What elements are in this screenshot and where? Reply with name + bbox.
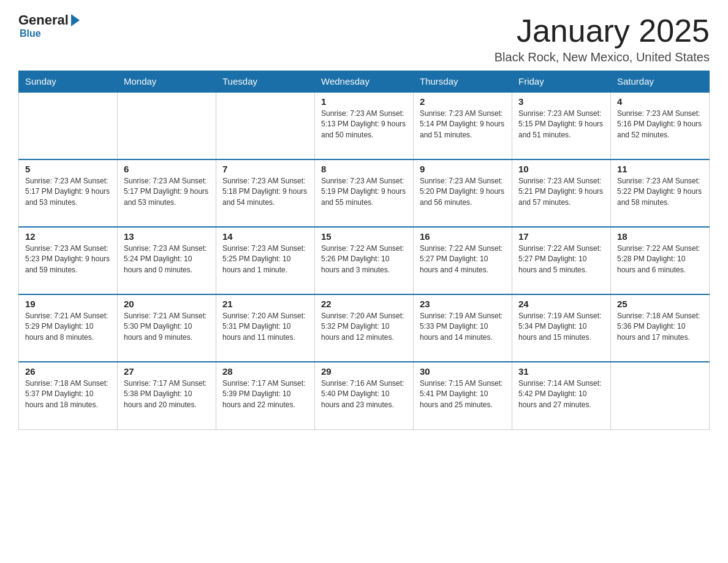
day-info: Sunrise: 7:23 AM Sunset: 5:17 PM Dayligh… bbox=[25, 176, 111, 208]
calendar-cell: 16Sunrise: 7:22 AM Sunset: 5:27 PM Dayli… bbox=[414, 227, 512, 294]
day-info: Sunrise: 7:23 AM Sunset: 5:14 PM Dayligh… bbox=[420, 109, 506, 140]
logo: General Blue bbox=[18, 12, 81, 39]
calendar-week-5: 26Sunrise: 7:18 AM Sunset: 5:37 PM Dayli… bbox=[19, 362, 710, 429]
calendar-cell bbox=[118, 92, 216, 159]
day-info: Sunrise: 7:23 AM Sunset: 5:23 PM Dayligh… bbox=[25, 243, 111, 275]
calendar-cell: 22Sunrise: 7:20 AM Sunset: 5:32 PM Dayli… bbox=[315, 294, 414, 362]
calendar-cell: 1Sunrise: 7:23 AM Sunset: 5:13 PM Daylig… bbox=[315, 92, 414, 159]
calendar-header-friday: Friday bbox=[512, 71, 611, 93]
day-info: Sunrise: 7:20 AM Sunset: 5:31 PM Dayligh… bbox=[222, 311, 308, 343]
day-info: Sunrise: 7:18 AM Sunset: 5:36 PM Dayligh… bbox=[617, 311, 703, 343]
day-info: Sunrise: 7:23 AM Sunset: 5:25 PM Dayligh… bbox=[222, 243, 308, 275]
calendar-cell: 11Sunrise: 7:23 AM Sunset: 5:22 PM Dayli… bbox=[611, 159, 710, 227]
calendar-cell: 29Sunrise: 7:16 AM Sunset: 5:40 PM Dayli… bbox=[315, 362, 414, 429]
logo-arrow-icon bbox=[71, 14, 80, 26]
day-number: 23 bbox=[420, 299, 506, 309]
calendar-cell: 14Sunrise: 7:23 AM Sunset: 5:25 PM Dayli… bbox=[216, 227, 315, 294]
day-number: 11 bbox=[617, 164, 703, 174]
calendar-cell: 31Sunrise: 7:14 AM Sunset: 5:42 PM Dayli… bbox=[512, 362, 611, 429]
day-number: 7 bbox=[222, 164, 308, 174]
calendar-table: SundayMondayTuesdayWednesdayThursdayFrid… bbox=[18, 71, 710, 430]
day-number: 22 bbox=[321, 299, 407, 309]
calendar-cell: 26Sunrise: 7:18 AM Sunset: 5:37 PM Dayli… bbox=[19, 362, 118, 429]
calendar-week-4: 19Sunrise: 7:21 AM Sunset: 5:29 PM Dayli… bbox=[19, 294, 710, 362]
day-info: Sunrise: 7:23 AM Sunset: 5:16 PM Dayligh… bbox=[617, 109, 703, 140]
calendar-header-sunday: Sunday bbox=[19, 71, 118, 93]
day-number: 30 bbox=[420, 366, 506, 377]
day-info: Sunrise: 7:17 AM Sunset: 5:38 PM Dayligh… bbox=[124, 378, 210, 410]
day-number: 25 bbox=[617, 299, 703, 309]
day-number: 20 bbox=[124, 299, 210, 309]
calendar-week-3: 12Sunrise: 7:23 AM Sunset: 5:23 PM Dayli… bbox=[19, 227, 710, 294]
calendar-cell: 15Sunrise: 7:22 AM Sunset: 5:26 PM Dayli… bbox=[315, 227, 414, 294]
day-number: 6 bbox=[124, 164, 210, 174]
calendar-cell bbox=[611, 362, 710, 429]
day-info: Sunrise: 7:22 AM Sunset: 5:27 PM Dayligh… bbox=[420, 243, 506, 275]
day-info: Sunrise: 7:22 AM Sunset: 5:28 PM Dayligh… bbox=[617, 243, 703, 275]
day-info: Sunrise: 7:19 AM Sunset: 5:33 PM Dayligh… bbox=[420, 311, 506, 343]
calendar-header-saturday: Saturday bbox=[611, 71, 710, 93]
day-info: Sunrise: 7:22 AM Sunset: 5:26 PM Dayligh… bbox=[321, 243, 407, 275]
calendar-cell: 5Sunrise: 7:23 AM Sunset: 5:17 PM Daylig… bbox=[19, 159, 118, 227]
logo-blue-text: Blue bbox=[20, 28, 41, 39]
calendar-cell: 20Sunrise: 7:21 AM Sunset: 5:30 PM Dayli… bbox=[118, 294, 216, 362]
day-info: Sunrise: 7:23 AM Sunset: 5:20 PM Dayligh… bbox=[420, 176, 506, 208]
day-number: 27 bbox=[124, 366, 210, 377]
day-number: 1 bbox=[321, 96, 407, 107]
day-info: Sunrise: 7:16 AM Sunset: 5:40 PM Dayligh… bbox=[321, 378, 407, 410]
day-number: 16 bbox=[420, 231, 506, 242]
day-info: Sunrise: 7:20 AM Sunset: 5:32 PM Dayligh… bbox=[321, 311, 407, 343]
day-number: 17 bbox=[518, 231, 604, 242]
calendar-cell: 12Sunrise: 7:23 AM Sunset: 5:23 PM Dayli… bbox=[19, 227, 118, 294]
day-number: 19 bbox=[25, 299, 111, 309]
calendar-cell: 4Sunrise: 7:23 AM Sunset: 5:16 PM Daylig… bbox=[611, 92, 710, 159]
calendar-cell: 25Sunrise: 7:18 AM Sunset: 5:36 PM Dayli… bbox=[611, 294, 710, 362]
calendar-cell: 13Sunrise: 7:23 AM Sunset: 5:24 PM Dayli… bbox=[118, 227, 216, 294]
calendar-cell: 19Sunrise: 7:21 AM Sunset: 5:29 PM Dayli… bbox=[19, 294, 118, 362]
calendar-cell: 17Sunrise: 7:22 AM Sunset: 5:27 PM Dayli… bbox=[512, 227, 611, 294]
calendar-cell: 8Sunrise: 7:23 AM Sunset: 5:19 PM Daylig… bbox=[315, 159, 414, 227]
day-number: 26 bbox=[25, 366, 111, 377]
calendar-cell: 7Sunrise: 7:23 AM Sunset: 5:18 PM Daylig… bbox=[216, 159, 315, 227]
day-number: 2 bbox=[420, 96, 506, 107]
location: Black Rock, New Mexico, United States bbox=[495, 50, 710, 64]
calendar-cell: 3Sunrise: 7:23 AM Sunset: 5:15 PM Daylig… bbox=[512, 92, 611, 159]
day-number: 4 bbox=[617, 96, 703, 107]
day-info: Sunrise: 7:14 AM Sunset: 5:42 PM Dayligh… bbox=[518, 378, 604, 410]
logo-general-text: General bbox=[18, 12, 69, 28]
calendar-week-1: 1Sunrise: 7:23 AM Sunset: 5:13 PM Daylig… bbox=[19, 92, 710, 159]
calendar-week-2: 5Sunrise: 7:23 AM Sunset: 5:17 PM Daylig… bbox=[19, 159, 710, 227]
day-info: Sunrise: 7:19 AM Sunset: 5:34 PM Dayligh… bbox=[518, 311, 604, 343]
calendar-header-tuesday: Tuesday bbox=[216, 71, 315, 93]
calendar-cell: 24Sunrise: 7:19 AM Sunset: 5:34 PM Dayli… bbox=[512, 294, 611, 362]
calendar-cell: 10Sunrise: 7:23 AM Sunset: 5:21 PM Dayli… bbox=[512, 159, 611, 227]
day-number: 18 bbox=[617, 231, 703, 242]
day-number: 13 bbox=[124, 231, 210, 242]
day-number: 15 bbox=[321, 231, 407, 242]
day-number: 31 bbox=[518, 366, 604, 377]
calendar-cell: 23Sunrise: 7:19 AM Sunset: 5:33 PM Dayli… bbox=[414, 294, 512, 362]
day-info: Sunrise: 7:23 AM Sunset: 5:13 PM Dayligh… bbox=[321, 109, 407, 140]
calendar-cell bbox=[216, 92, 315, 159]
day-info: Sunrise: 7:22 AM Sunset: 5:27 PM Dayligh… bbox=[518, 243, 604, 275]
day-info: Sunrise: 7:23 AM Sunset: 5:22 PM Dayligh… bbox=[617, 176, 703, 208]
day-info: Sunrise: 7:18 AM Sunset: 5:37 PM Dayligh… bbox=[25, 378, 111, 410]
day-info: Sunrise: 7:23 AM Sunset: 5:21 PM Dayligh… bbox=[518, 176, 604, 208]
day-info: Sunrise: 7:17 AM Sunset: 5:39 PM Dayligh… bbox=[222, 378, 308, 410]
calendar-header-row: SundayMondayTuesdayWednesdayThursdayFrid… bbox=[19, 71, 710, 93]
calendar-header-thursday: Thursday bbox=[414, 71, 512, 93]
day-number: 21 bbox=[222, 299, 308, 309]
calendar-cell: 30Sunrise: 7:15 AM Sunset: 5:41 PM Dayli… bbox=[414, 362, 512, 429]
title-area: January 2025 Black Rock, New Mexico, Uni… bbox=[495, 12, 710, 64]
month-title: January 2025 bbox=[495, 12, 710, 49]
calendar-cell: 6Sunrise: 7:23 AM Sunset: 5:17 PM Daylig… bbox=[118, 159, 216, 227]
calendar-cell: 21Sunrise: 7:20 AM Sunset: 5:31 PM Dayli… bbox=[216, 294, 315, 362]
page-header: General Blue January 2025 Black Rock, Ne… bbox=[18, 12, 710, 64]
calendar-cell: 2Sunrise: 7:23 AM Sunset: 5:14 PM Daylig… bbox=[414, 92, 512, 159]
calendar-cell: 18Sunrise: 7:22 AM Sunset: 5:28 PM Dayli… bbox=[611, 227, 710, 294]
day-info: Sunrise: 7:23 AM Sunset: 5:15 PM Dayligh… bbox=[518, 109, 604, 140]
calendar-cell: 28Sunrise: 7:17 AM Sunset: 5:39 PM Dayli… bbox=[216, 362, 315, 429]
calendar-cell bbox=[19, 92, 118, 159]
day-info: Sunrise: 7:23 AM Sunset: 5:19 PM Dayligh… bbox=[321, 176, 407, 208]
calendar-header-wednesday: Wednesday bbox=[315, 71, 414, 93]
